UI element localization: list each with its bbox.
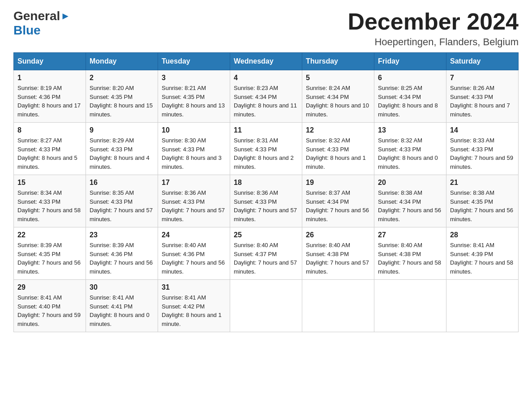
day-info: Sunrise: 8:35 AMSunset: 4:33 PMDaylight:… [90, 188, 154, 223]
calendar-week-3: 15Sunrise: 8:34 AMSunset: 4:33 PMDayligh… [14, 175, 519, 227]
calendar-cell: 31Sunrise: 8:41 AMSunset: 4:42 PMDayligh… [158, 280, 230, 332]
day-info: Sunrise: 8:26 AMSunset: 4:33 PMDaylight:… [450, 84, 515, 119]
day-number: 9 [90, 126, 154, 134]
calendar-cell: 17Sunrise: 8:36 AMSunset: 4:33 PMDayligh… [158, 175, 230, 227]
day-info: Sunrise: 8:40 AMSunset: 4:36 PMDaylight:… [162, 241, 226, 276]
title-block: December 2024 Hoepertingen, Flanders, Be… [348, 9, 519, 48]
day-number: 28 [450, 231, 515, 239]
month-title: December 2024 [348, 9, 519, 34]
day-info: Sunrise: 8:20 AMSunset: 4:35 PMDaylight:… [90, 84, 154, 119]
page-header: General ► Blue December 2024 Hoepertinge… [13, 9, 519, 48]
calendar-week-1: 1Sunrise: 8:19 AMSunset: 4:36 PMDaylight… [14, 70, 519, 123]
day-info: Sunrise: 8:30 AMSunset: 4:33 PMDaylight:… [162, 136, 226, 171]
calendar-week-4: 22Sunrise: 8:39 AMSunset: 4:35 PMDayligh… [14, 227, 519, 280]
day-info: Sunrise: 8:27 AMSunset: 4:33 PMDaylight:… [17, 136, 82, 171]
weekday-header-saturday: Saturday [446, 53, 519, 70]
calendar-week-5: 29Sunrise: 8:41 AMSunset: 4:40 PMDayligh… [14, 280, 519, 332]
calendar-cell: 19Sunrise: 8:37 AMSunset: 4:34 PMDayligh… [302, 175, 374, 227]
weekday-header-friday: Friday [374, 53, 446, 70]
day-info: Sunrise: 8:37 AMSunset: 4:34 PMDaylight:… [306, 188, 370, 223]
location: Hoepertingen, Flanders, Belgium [348, 36, 519, 48]
calendar-cell: 4Sunrise: 8:23 AMSunset: 4:34 PMDaylight… [230, 70, 302, 123]
calendar-cell: 1Sunrise: 8:19 AMSunset: 4:36 PMDaylight… [14, 70, 86, 123]
day-number: 20 [378, 179, 442, 187]
calendar-cell: 15Sunrise: 8:34 AMSunset: 4:33 PMDayligh… [14, 175, 86, 227]
calendar-cell: 7Sunrise: 8:26 AMSunset: 4:33 PMDaylight… [446, 70, 519, 123]
day-info: Sunrise: 8:41 AMSunset: 4:40 PMDaylight:… [17, 293, 82, 328]
logo-general-text: General [13, 9, 60, 23]
weekday-row: SundayMondayTuesdayWednesdayThursdayFrid… [14, 53, 519, 70]
day-info: Sunrise: 8:36 AMSunset: 4:33 PMDaylight:… [162, 188, 226, 223]
day-number: 15 [17, 179, 82, 187]
day-info: Sunrise: 8:19 AMSunset: 4:36 PMDaylight:… [17, 84, 82, 119]
day-number: 2 [90, 74, 154, 82]
calendar-header: SundayMondayTuesdayWednesdayThursdayFrid… [14, 53, 519, 70]
calendar-cell: 25Sunrise: 8:40 AMSunset: 4:37 PMDayligh… [230, 227, 302, 280]
day-number: 26 [306, 231, 370, 239]
day-info: Sunrise: 8:38 AMSunset: 4:35 PMDaylight:… [450, 188, 515, 223]
day-number: 19 [306, 179, 370, 187]
calendar-cell: 18Sunrise: 8:36 AMSunset: 4:33 PMDayligh… [230, 175, 302, 227]
calendar-cell: 16Sunrise: 8:35 AMSunset: 4:33 PMDayligh… [86, 175, 158, 227]
day-info: Sunrise: 8:33 AMSunset: 4:33 PMDaylight:… [450, 136, 515, 171]
day-info: Sunrise: 8:23 AMSunset: 4:34 PMDaylight:… [234, 84, 298, 119]
day-info: Sunrise: 8:38 AMSunset: 4:34 PMDaylight:… [378, 188, 442, 223]
day-number: 31 [162, 283, 226, 291]
day-number: 27 [378, 231, 442, 239]
day-info: Sunrise: 8:41 AMSunset: 4:42 PMDaylight:… [162, 293, 226, 328]
weekday-header-monday: Monday [86, 53, 158, 70]
day-info: Sunrise: 8:41 AMSunset: 4:41 PMDaylight:… [90, 293, 154, 328]
day-number: 30 [90, 283, 154, 291]
day-number: 4 [234, 74, 298, 82]
day-info: Sunrise: 8:36 AMSunset: 4:33 PMDaylight:… [234, 188, 298, 223]
calendar-cell: 22Sunrise: 8:39 AMSunset: 4:35 PMDayligh… [14, 227, 86, 280]
weekday-header-wednesday: Wednesday [230, 53, 302, 70]
day-number: 1 [17, 74, 82, 82]
calendar-cell: 29Sunrise: 8:41 AMSunset: 4:40 PMDayligh… [14, 280, 86, 332]
calendar-cell: 26Sunrise: 8:40 AMSunset: 4:38 PMDayligh… [302, 227, 374, 280]
weekday-header-thursday: Thursday [302, 53, 374, 70]
day-info: Sunrise: 8:31 AMSunset: 4:33 PMDaylight:… [234, 136, 298, 171]
logo-arrow-icon: ► [60, 10, 70, 22]
day-number: 25 [234, 231, 298, 239]
day-number: 8 [17, 126, 82, 134]
day-info: Sunrise: 8:25 AMSunset: 4:34 PMDaylight:… [378, 84, 442, 119]
day-info: Sunrise: 8:40 AMSunset: 4:38 PMDaylight:… [306, 241, 370, 276]
day-number: 13 [378, 126, 442, 134]
calendar-cell [230, 280, 302, 332]
day-number: 7 [450, 74, 515, 82]
day-number: 6 [378, 74, 442, 82]
calendar-week-2: 8Sunrise: 8:27 AMSunset: 4:33 PMDaylight… [14, 123, 519, 175]
day-number: 24 [162, 231, 226, 239]
day-number: 21 [450, 179, 515, 187]
calendar-cell: 2Sunrise: 8:20 AMSunset: 4:35 PMDaylight… [86, 70, 158, 123]
calendar-cell: 9Sunrise: 8:29 AMSunset: 4:33 PMDaylight… [86, 123, 158, 175]
calendar-cell: 14Sunrise: 8:33 AMSunset: 4:33 PMDayligh… [446, 123, 519, 175]
calendar-cell: 12Sunrise: 8:32 AMSunset: 4:33 PMDayligh… [302, 123, 374, 175]
calendar-cell: 23Sunrise: 8:39 AMSunset: 4:36 PMDayligh… [86, 227, 158, 280]
day-info: Sunrise: 8:39 AMSunset: 4:36 PMDaylight:… [90, 241, 154, 276]
calendar-cell: 30Sunrise: 8:41 AMSunset: 4:41 PMDayligh… [86, 280, 158, 332]
calendar-cell: 6Sunrise: 8:25 AMSunset: 4:34 PMDaylight… [374, 70, 446, 123]
day-number: 23 [90, 231, 154, 239]
day-number: 12 [306, 126, 370, 134]
calendar-table: SundayMondayTuesdayWednesdayThursdayFrid… [13, 52, 519, 332]
calendar-cell [446, 280, 519, 332]
calendar-cell: 20Sunrise: 8:38 AMSunset: 4:34 PMDayligh… [374, 175, 446, 227]
day-number: 14 [450, 126, 515, 134]
calendar-cell [374, 280, 446, 332]
day-number: 22 [17, 231, 82, 239]
calendar-cell: 24Sunrise: 8:40 AMSunset: 4:36 PMDayligh… [158, 227, 230, 280]
day-info: Sunrise: 8:40 AMSunset: 4:37 PMDaylight:… [234, 241, 298, 276]
day-number: 5 [306, 74, 370, 82]
day-info: Sunrise: 8:39 AMSunset: 4:35 PMDaylight:… [17, 241, 82, 276]
day-number: 10 [162, 126, 226, 134]
day-info: Sunrise: 8:32 AMSunset: 4:33 PMDaylight:… [306, 136, 370, 171]
day-number: 11 [234, 126, 298, 134]
day-info: Sunrise: 8:32 AMSunset: 4:33 PMDaylight:… [378, 136, 442, 171]
logo-blue-text: Blue [13, 23, 41, 38]
calendar-body: 1Sunrise: 8:19 AMSunset: 4:36 PMDaylight… [14, 70, 519, 332]
day-number: 18 [234, 179, 298, 187]
day-info: Sunrise: 8:41 AMSunset: 4:39 PMDaylight:… [450, 241, 515, 276]
day-info: Sunrise: 8:34 AMSunset: 4:33 PMDaylight:… [17, 188, 82, 223]
